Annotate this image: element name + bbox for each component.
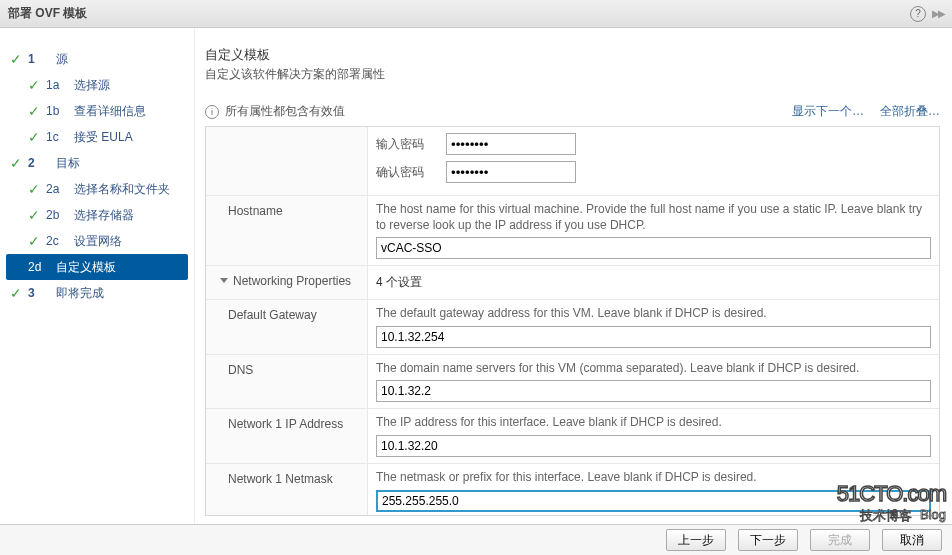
dns-desc: The domain name servers for this VM (com… (376, 361, 931, 377)
step-review-details[interactable]: ✓1b查看详细信息 (0, 98, 194, 124)
validation-row: i 所有属性都包含有效值 显示下一个… 全部折叠… (205, 103, 940, 120)
check-icon: ✓ (28, 207, 46, 223)
ip-label: Network 1 IP Address (206, 409, 368, 463)
check-icon: ✓ (10, 51, 28, 67)
confirm-password-input[interactable] (446, 161, 576, 183)
next-button[interactable]: 下一步 (738, 529, 798, 551)
enter-password-input[interactable] (446, 133, 576, 155)
nav-arrows-icon[interactable]: ▶▶ (932, 8, 944, 19)
step-label: 选择存储器 (74, 207, 134, 224)
step-label: 设置网络 (74, 233, 122, 250)
check-icon: ✓ (28, 129, 46, 145)
properties-form: 输入密码 确认密码 Hostname The host name for thi… (205, 126, 940, 516)
step-setup-networks[interactable]: ✓2c设置网络 (0, 228, 194, 254)
netmask-input[interactable] (376, 490, 931, 512)
show-next-link[interactable]: 显示下一个… (792, 103, 864, 120)
step-label: 选择名称和文件夹 (74, 181, 170, 198)
step-select-source[interactable]: ✓1a选择源 (0, 72, 194, 98)
step-label: 目标 (56, 155, 80, 172)
step-label: 自定义模板 (56, 259, 116, 276)
gateway-input[interactable] (376, 326, 931, 348)
step-label: 即将完成 (56, 285, 104, 302)
cancel-button[interactable]: 取消 (882, 529, 942, 551)
help-icon[interactable]: ? (910, 6, 926, 22)
validation-text: 所有属性都包含有效值 (225, 103, 345, 120)
dialog-header: 部署 OVF 模板 ? ▶▶ (0, 0, 952, 28)
step-select-name[interactable]: ✓2a选择名称和文件夹 (0, 176, 194, 202)
step-label: 查看详细信息 (74, 103, 146, 120)
networking-count: 4 个设置 (376, 274, 422, 291)
header-controls: ? ▶▶ (910, 6, 944, 22)
main-area: ✓1源 ✓1a选择源 ✓1b查看详细信息 ✓1c接受 EULA ✓2目标 ✓2a… (0, 28, 952, 524)
page-subtitle: 自定义该软件解决方案的部署属性 (205, 66, 940, 83)
ip-input[interactable] (376, 435, 931, 457)
step-label: 接受 EULA (74, 129, 133, 146)
chevron-down-icon (220, 278, 228, 283)
gateway-desc: The default gateway address for this VM.… (376, 306, 931, 322)
ip-desc: The IP address for this interface. Leave… (376, 415, 931, 431)
dialog-footer: 上一步 下一步 完成 取消 (0, 524, 952, 555)
finish-button: 完成 (810, 529, 870, 551)
step-select-storage[interactable]: ✓2b选择存储器 (0, 202, 194, 228)
hostname-label: Hostname (206, 196, 368, 265)
netmask-desc: The netmask or prefix for this interface… (376, 470, 931, 486)
info-icon: i (205, 105, 219, 119)
step-customize-template[interactable]: 2d自定义模板 (6, 254, 188, 280)
wizard-sidebar: ✓1源 ✓1a选择源 ✓1b查看详细信息 ✓1c接受 EULA ✓2目标 ✓2a… (0, 28, 195, 524)
collapse-all-link[interactable]: 全部折叠… (880, 103, 940, 120)
step-label: 源 (56, 51, 68, 68)
step-source[interactable]: ✓1源 (0, 46, 194, 72)
check-icon: ✓ (10, 285, 28, 301)
confirm-password-label: 确认密码 (376, 164, 436, 181)
content-panel: 自定义模板 自定义该软件解决方案的部署属性 i 所有属性都包含有效值 显示下一个… (195, 28, 952, 524)
check-icon: ✓ (28, 233, 46, 249)
password-section-label (206, 127, 368, 195)
check-icon: ✓ (28, 103, 46, 119)
step-ready-complete[interactable]: ✓3即将完成 (0, 280, 194, 306)
hostname-input[interactable] (376, 237, 931, 259)
dialog-title: 部署 OVF 模板 (8, 5, 87, 22)
step-destination[interactable]: ✓2目标 (0, 150, 194, 176)
netmask-label: Network 1 Netmask (206, 464, 368, 516)
hostname-desc: The host name for this virtual machine. … (376, 202, 931, 233)
check-icon: ✓ (10, 155, 28, 171)
page-title: 自定义模板 (205, 46, 940, 64)
step-accept-eula[interactable]: ✓1c接受 EULA (0, 124, 194, 150)
check-icon: ✓ (28, 77, 46, 93)
networking-section-label[interactable]: Networking Properties (206, 266, 368, 299)
gateway-label: Default Gateway (206, 300, 368, 354)
dns-label: DNS (206, 355, 368, 409)
enter-password-label: 输入密码 (376, 136, 436, 153)
dns-input[interactable] (376, 380, 931, 402)
step-label: 选择源 (74, 77, 110, 94)
check-icon: ✓ (28, 181, 46, 197)
back-button[interactable]: 上一步 (666, 529, 726, 551)
